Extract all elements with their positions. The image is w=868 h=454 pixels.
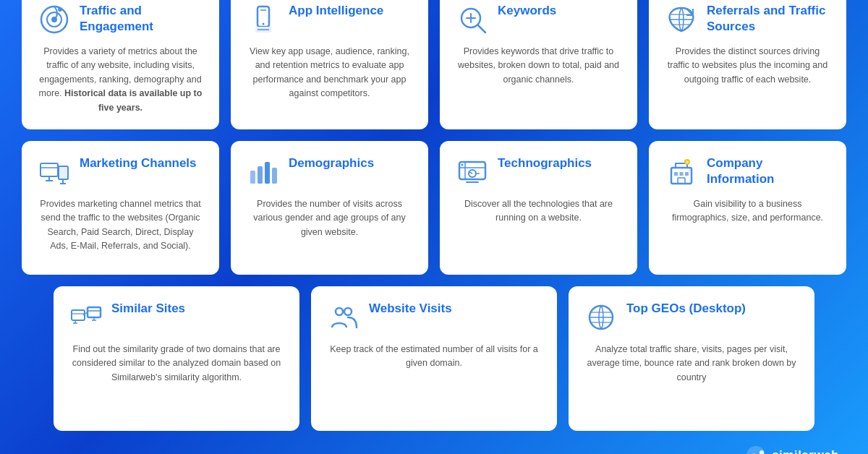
traffic-engagement-title: Traffic and Engagement bbox=[80, 3, 203, 35]
card-keywords[interactable]: Keywords Provides keywords that drive tr… bbox=[440, 0, 637, 129]
referrals-icon bbox=[665, 3, 698, 36]
svg-rect-34 bbox=[680, 172, 684, 176]
card-technographics[interactable]: Technographics Discover all the technolo… bbox=[440, 141, 637, 275]
svg-point-48 bbox=[344, 308, 352, 315]
card-header: Technographics bbox=[456, 155, 621, 189]
company-icon bbox=[665, 155, 698, 189]
card-header: Marketing Channels bbox=[38, 155, 203, 189]
card-traffic-engagement[interactable]: Traffic and Engagement Provides a variet… bbox=[22, 0, 219, 129]
technographics-icon bbox=[456, 155, 489, 189]
marketing-icon bbox=[38, 155, 71, 189]
card-header: Company Information bbox=[665, 155, 830, 189]
row-3: Similar Sites Find out the similarity gr… bbox=[22, 286, 846, 431]
similarweb-brand: similarweb bbox=[746, 445, 839, 454]
svg-point-27 bbox=[461, 163, 464, 166]
svg-rect-21 bbox=[258, 166, 263, 184]
similarweb-logo-icon bbox=[746, 445, 766, 454]
demographics-desc: Provides the number of visits across var… bbox=[247, 197, 412, 239]
card-header: Top GEOs (Desktop) bbox=[584, 301, 799, 334]
company-info-desc: Gain visibility to a business firmograph… bbox=[665, 197, 830, 226]
similar-sites-desc: Find out the similarity grade of two dom… bbox=[69, 343, 284, 385]
svg-line-10 bbox=[478, 25, 485, 33]
card-marketing[interactable]: Marketing Channels Provides marketing ch… bbox=[22, 141, 219, 275]
svg-rect-17 bbox=[59, 166, 68, 179]
svg-rect-33 bbox=[674, 172, 678, 176]
svg-line-30 bbox=[469, 172, 472, 174]
svg-rect-42 bbox=[88, 307, 101, 317]
marketing-title: Marketing Channels bbox=[80, 155, 197, 171]
keywords-title: Keywords bbox=[498, 3, 556, 19]
svg-rect-38 bbox=[72, 310, 85, 320]
keywords-icon bbox=[456, 3, 489, 36]
marketing-desc: Provides marketing channel metrics that … bbox=[38, 197, 203, 254]
brand-area: similarweb bbox=[22, 445, 846, 454]
card-header: Website Visits bbox=[327, 301, 541, 334]
card-referrals[interactable]: Referrals and Traffic Sources Provides t… bbox=[649, 0, 846, 129]
card-header: Keywords bbox=[456, 3, 621, 36]
main-container: Traffic and Engagement Provides a variet… bbox=[22, 0, 846, 454]
keywords-desc: Provides keywords that drive traffic to … bbox=[456, 45, 621, 87]
svg-rect-22 bbox=[265, 162, 270, 184]
card-company[interactable]: Company Information Gain visibility to a… bbox=[649, 141, 846, 275]
top-geos-title: Top GEOs (Desktop) bbox=[626, 301, 746, 317]
card-demographics[interactable]: Demographics Provides the number of visi… bbox=[231, 141, 428, 275]
referrals-desc: Provides the distinct sources driving tr… bbox=[665, 45, 830, 87]
referrals-title: Referrals and Traffic Sources bbox=[707, 3, 830, 35]
card-top-geos[interactable]: Top GEOs (Desktop) Analyze total traffic… bbox=[569, 286, 814, 431]
svg-point-5 bbox=[263, 23, 265, 25]
company-info-title: Company Information bbox=[707, 155, 830, 187]
technographics-title: Technographics bbox=[498, 155, 592, 171]
svg-point-47 bbox=[336, 308, 343, 315]
demographics-icon bbox=[247, 155, 280, 189]
app-icon bbox=[247, 3, 280, 36]
card-similar-sites[interactable]: Similar Sites Find out the similarity gr… bbox=[54, 286, 299, 431]
card-website-visits[interactable]: Website Visits Keep track of the estimat… bbox=[311, 286, 557, 431]
app-intelligence-title: App Intelligence bbox=[289, 3, 383, 19]
website-visits-icon bbox=[327, 301, 360, 334]
svg-rect-13 bbox=[41, 163, 58, 176]
card-header: Referrals and Traffic Sources bbox=[665, 3, 830, 36]
similar-sites-icon bbox=[69, 301, 103, 334]
demographics-title: Demographics bbox=[289, 155, 374, 171]
row-2: Marketing Channels Provides marketing ch… bbox=[22, 141, 846, 275]
card-header: Demographics bbox=[247, 155, 412, 189]
svg-rect-35 bbox=[685, 172, 689, 176]
traffic-icon bbox=[38, 3, 71, 36]
row-1: Traffic and Engagement Provides a variet… bbox=[22, 0, 846, 129]
website-visits-title: Website Visits bbox=[369, 301, 452, 317]
traffic-engagement-desc: Provides a variety of metrics about the … bbox=[38, 45, 203, 115]
top-geos-icon bbox=[584, 301, 618, 334]
svg-rect-23 bbox=[272, 168, 277, 184]
card-app-intelligence[interactable]: App Intelligence View key app usage, aud… bbox=[231, 0, 428, 129]
svg-rect-20 bbox=[250, 171, 255, 184]
card-header: Similar Sites bbox=[69, 301, 284, 334]
app-intelligence-desc: View key app usage, audience, ranking, a… bbox=[247, 45, 412, 101]
card-header: Traffic and Engagement bbox=[38, 3, 203, 36]
similar-sites-title: Similar Sites bbox=[111, 301, 185, 317]
svg-point-3 bbox=[58, 7, 62, 12]
brand-name: similarweb bbox=[772, 448, 839, 454]
technographics-desc: Discover all the technologies that are r… bbox=[456, 197, 621, 226]
website-visits-desc: Keep track of the estimated number of al… bbox=[327, 343, 541, 371]
top-geos-desc: Analyze total traffic share, visits, pag… bbox=[584, 343, 799, 385]
card-header: App Intelligence bbox=[247, 3, 412, 36]
